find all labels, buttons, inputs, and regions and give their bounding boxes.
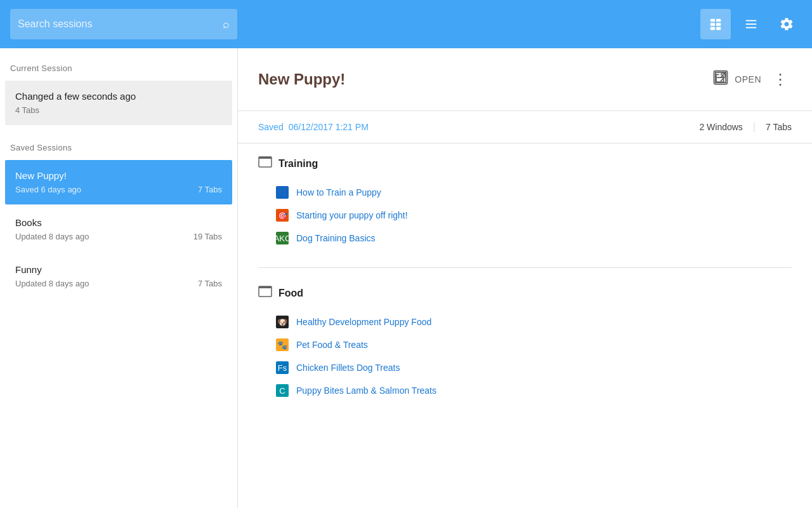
svg-rect-7 — [746, 23, 757, 25]
window-icon-food — [258, 286, 272, 300]
svg-rect-4 — [710, 27, 715, 30]
saved-session-title-funny: Funny — [15, 264, 222, 275]
window-divider-0 — [258, 267, 792, 268]
window-group-food: Food 🐶 Healthy Development Puppy Food 🐾 … — [238, 273, 812, 415]
grid-icon — [709, 17, 723, 31]
tabs-count: 7 Tabs — [766, 122, 792, 132]
content-panel: New Puppy! OPEN ⋮ Saved 06/12/2017 1:21 … — [238, 48, 812, 508]
header: ⌕ — [0, 0, 812, 48]
tab-title-food-0[interactable]: Healthy Development Puppy Food — [296, 317, 431, 327]
current-session-title-text: Changed a few seconds ago — [15, 91, 222, 102]
tab-item-food-2[interactable]: Fs Chicken Fillets Dog Treats — [258, 356, 792, 379]
tab-title-food-3[interactable]: Puppy Bites Lamb & Salmon Treats — [296, 385, 436, 396]
current-session-card[interactable]: Changed a few seconds ago 4 Tabs — [5, 81, 232, 125]
saved-session-meta-right-new-puppy: 7 Tabs — [198, 185, 222, 194]
search-input[interactable] — [18, 18, 218, 30]
tab-item-food-1[interactable]: 🐾 Pet Food & Treats — [258, 333, 792, 356]
content-header: New Puppy! OPEN ⋮ — [238, 48, 812, 111]
tab-favicon-training-0: 🐾 — [276, 186, 289, 199]
tab-item-training-1[interactable]: 🎯 Starting your puppy off right! — [258, 204, 792, 227]
tab-title-food-1[interactable]: Pet Food & Treats — [296, 340, 368, 350]
settings-button[interactable] — [771, 9, 802, 39]
tab-favicon-food-3: C — [276, 384, 289, 397]
more-options-button[interactable]: ⋮ — [769, 68, 792, 91]
saved-session-meta-left-funny: Updated 8 days ago — [15, 279, 89, 288]
window-group-training: Training 🐾 How to Train a Puppy 🎯 Starti… — [238, 144, 812, 262]
window-icon-training — [258, 156, 272, 171]
gear-icon — [779, 17, 794, 32]
saved-session-title-books: Books — [15, 217, 222, 228]
svg-rect-13 — [259, 286, 272, 288]
list-icon — [744, 17, 758, 31]
saved-session-meta-right-funny: 7 Tabs — [198, 279, 222, 288]
saved-session-card-funny[interactable]: Funny Updated 8 days ago 7 Tabs — [5, 254, 232, 298]
saved-session-card-new-puppy[interactable]: New Puppy! Saved 6 days ago 7 Tabs — [5, 160, 232, 204]
open-into-icon — [712, 69, 730, 90]
tab-item-food-0[interactable]: 🐶 Healthy Development Puppy Food — [258, 311, 792, 333]
svg-rect-8 — [746, 27, 757, 29]
tab-favicon-food-0: 🐶 — [276, 316, 289, 328]
window-header-training: Training — [258, 156, 792, 171]
current-session-tabs: 4 Tabs — [15, 105, 39, 115]
saved-session-meta-left-books: Updated 8 days ago — [15, 232, 89, 241]
saved-session-card-books[interactable]: Books Updated 8 days ago 19 Tabs — [5, 207, 232, 251]
saved-session-title-new-puppy: New Puppy! — [15, 170, 222, 181]
svg-rect-6 — [746, 20, 757, 22]
open-session-button[interactable]: OPEN — [704, 64, 769, 95]
saved-date: 06/12/2017 1:21 PM — [289, 122, 369, 132]
windows-list: Training 🐾 How to Train a Puppy 🎯 Starti… — [238, 144, 812, 415]
window-title-training: Training — [278, 158, 318, 170]
saved-sessions-list: New Puppy! Saved 6 days ago 7 Tabs Books… — [0, 160, 237, 298]
current-session-title: Current Session — [0, 64, 237, 81]
tab-title-training-2[interactable]: Dog Training Basics — [296, 233, 376, 243]
windows-count: 2 Windows — [699, 122, 742, 132]
open-svg-icon — [712, 69, 730, 86]
section-gap — [0, 128, 237, 143]
tab-favicon-training-1: 🎯 — [276, 209, 289, 222]
tab-title-training-1[interactable]: Starting your puppy off right! — [296, 210, 408, 220]
main-layout: Current Session Changed a few seconds ag… — [0, 48, 812, 508]
svg-rect-5 — [716, 27, 721, 30]
list-view-button[interactable] — [736, 9, 766, 39]
window-title-food: Food — [278, 288, 303, 299]
tab-item-training-2[interactable]: AKC Dog Training Basics — [258, 227, 792, 250]
tab-item-training-0[interactable]: 🐾 How to Train a Puppy — [258, 181, 792, 204]
saved-session-meta-right-books: 19 Tabs — [193, 232, 222, 241]
search-icon: ⌕ — [223, 18, 230, 31]
session-detail-title: New Puppy! — [258, 70, 704, 88]
svg-rect-2 — [710, 23, 715, 26]
tab-favicon-food-1: 🐾 — [276, 338, 289, 351]
svg-rect-0 — [710, 19, 715, 22]
grid-view-button[interactable] — [700, 9, 731, 39]
window-header-food: Food — [258, 286, 792, 300]
search-box: ⌕ — [10, 9, 237, 39]
svg-rect-11 — [259, 157, 272, 159]
saved-sessions-title: Saved Sessions — [0, 143, 237, 160]
content-meta: Saved 06/12/2017 1:21 PM 2 Windows | 7 T… — [238, 111, 812, 144]
svg-rect-1 — [716, 19, 721, 22]
tab-title-training-0[interactable]: How to Train a Puppy — [296, 187, 381, 197]
svg-rect-3 — [716, 23, 721, 26]
tab-item-food-3[interactable]: C Puppy Bites Lamb & Salmon Treats — [258, 379, 792, 402]
saved-label: Saved — [258, 122, 284, 132]
more-dots-icon: ⋮ — [773, 72, 789, 87]
saved-session-meta-left-new-puppy: Saved 6 days ago — [15, 185, 81, 194]
open-label: OPEN — [735, 74, 761, 84]
sidebar: Current Session Changed a few seconds ag… — [0, 48, 238, 508]
tab-favicon-food-2: Fs — [276, 361, 289, 374]
tab-title-food-2[interactable]: Chicken Fillets Dog Treats — [296, 363, 400, 373]
tab-favicon-training-2: AKC — [276, 232, 289, 244]
